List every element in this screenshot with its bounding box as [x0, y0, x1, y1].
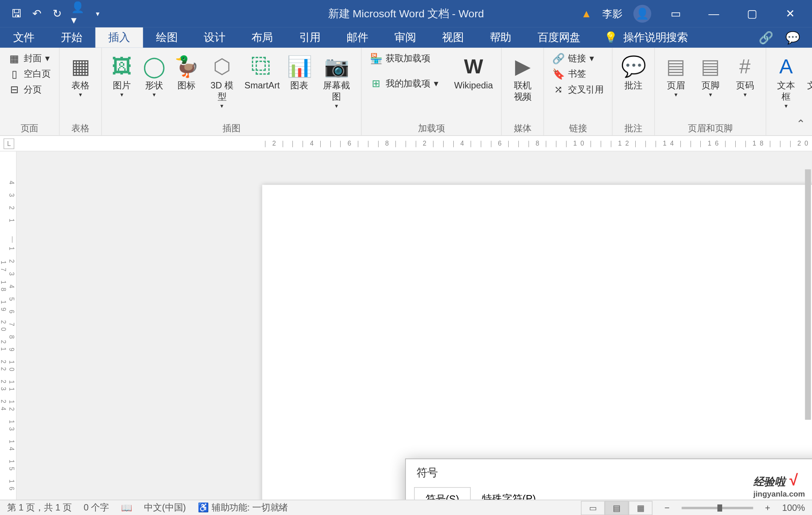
zoom-level[interactable]: 100% [782, 503, 805, 513]
wikipedia-icon: W [461, 54, 486, 79]
bookmark-button[interactable]: 🔖书签 [549, 67, 607, 81]
view-focus-button[interactable]: ▭ [581, 501, 605, 515]
undo-icon[interactable]: ↶ [31, 8, 43, 20]
addins-icon: ⊞ [370, 77, 382, 90]
ruler-corner[interactable]: L [4, 138, 15, 149]
comment-icon: 💬 [621, 54, 646, 79]
table-icon: ▦ [68, 54, 93, 79]
pictures-button[interactable]: 🖼图片▾ [107, 51, 137, 100]
header-icon: ▤ [663, 54, 688, 79]
title-bar: 🖫 ↶ ↻ 👤▾ ▾ 新建 Microsoft Word 文档 - Word ▲… [0, 0, 812, 27]
zoom-out-button[interactable]: − [664, 503, 670, 513]
qat-more-icon[interactable]: ▾ [92, 8, 104, 20]
online-video-button[interactable]: ▶联机视频 [507, 51, 539, 105]
tell-me-label: 操作说明搜索 [623, 30, 688, 45]
group-pages: ▦封面 ▾ ▯空白页 ⊟分页 页面 [0, 48, 60, 135]
cube-icon: ⬡ [209, 54, 235, 79]
tab-references[interactable]: 引用 [286, 27, 334, 48]
icons-icon: 🦆 [174, 54, 199, 79]
pagenum-icon: # [732, 54, 757, 79]
account-icon[interactable]: 👤▾ [71, 8, 83, 20]
quickparts-icon: ▤ [808, 54, 812, 79]
chart-button[interactable]: 📊图表 [284, 51, 314, 94]
chart-icon: 📊 [287, 54, 312, 79]
smartart-icon: ⿻ [250, 54, 275, 79]
header-button[interactable]: ▤页眉▾ [660, 51, 692, 100]
maximize-button[interactable]: ▢ [738, 0, 766, 27]
link-icon: 🔗 [553, 52, 565, 64]
shapes-icon: ◯ [142, 54, 167, 79]
break-icon: ⊟ [8, 84, 20, 96]
save-icon[interactable]: 🖫 [11, 8, 23, 20]
tab-mailings[interactable]: 邮件 [334, 27, 382, 48]
link-button[interactable]: 🔗链接 ▾ [549, 51, 607, 65]
redo-icon[interactable]: ↻ [51, 8, 63, 20]
comments-icon[interactable]: 💬 [785, 30, 800, 45]
smartart-button[interactable]: ⿻SmartArt [242, 51, 282, 92]
ribbon-display-icon[interactable]: ▭ [662, 0, 689, 27]
tab-symbols[interactable]: 符号(S) [414, 487, 471, 500]
status-words[interactable]: 0 个字 [83, 502, 109, 513]
zoom-slider[interactable] [682, 506, 753, 509]
status-page[interactable]: 第 1 页，共 1 页 [7, 502, 72, 513]
cover-page-button[interactable]: ▦封面 ▾ [5, 51, 55, 65]
my-addins-button[interactable]: ⊞我的加载项 ▾ [367, 76, 442, 91]
view-web-button[interactable]: ▦ [629, 501, 652, 515]
avatar[interactable]: 👤 [633, 5, 651, 23]
tell-me-search[interactable]: 💡 操作说明搜索 [594, 27, 688, 48]
table-button[interactable]: ▦表格▾ [64, 51, 97, 100]
tab-insert[interactable]: 插入 [95, 27, 143, 48]
ribbon: ▦封面 ▾ ▯空白页 ⊟分页 页面 ▦表格▾ 表格 🖼图片▾ ◯形状▾ 🦆图标 … [0, 48, 812, 136]
pagenum-button[interactable]: #页码▾ [729, 51, 761, 100]
document-page[interactable] [262, 185, 812, 500]
minimize-button[interactable]: — [700, 0, 727, 27]
status-a11y[interactable]: ♿ 辅助功能: 一切就绪 [198, 502, 288, 513]
close-button[interactable]: ✕ [776, 0, 804, 27]
warning-icon[interactable]: ▲ [581, 8, 592, 20]
view-print-button[interactable]: ▤ [605, 501, 629, 515]
status-proofing-icon[interactable]: 📖 [121, 502, 132, 513]
group-text: A文本框▾ ▤文档部件▾ A艺术字▾ A≡首字下沉▾ ✎签名行 ▾ 🗓日期和时间… [767, 48, 812, 135]
footer-button[interactable]: ▤页脚▾ [694, 51, 727, 100]
tab-design[interactable]: 设计 [191, 27, 238, 48]
icons-button[interactable]: 🦆图标 [171, 51, 201, 94]
document-area: 4 3 2 1 ｜ 1 2 3 4 5 6 7 8 9 10 11 12 13 … [0, 152, 812, 500]
shapes-button[interactable]: ◯形状▾ [139, 51, 169, 100]
tab-home[interactable]: 开始 [48, 27, 95, 48]
tab-special-chars[interactable]: 特殊字符(P) [471, 486, 547, 500]
share-icon[interactable]: 🔗 [759, 30, 774, 45]
screenshot-button[interactable]: 📷屏幕截图▾ [317, 51, 356, 111]
comment-button[interactable]: 💬批注 [617, 51, 650, 94]
tab-layout[interactable]: 布局 [238, 27, 286, 48]
zoom-in-button[interactable]: + [765, 503, 770, 513]
menu-bar: 文件 开始 插入 绘图 设计 布局 引用 邮件 审阅 视图 帮助 百度网盘 💡 … [0, 27, 812, 48]
horizontal-ruler[interactable]: L ｜2｜｜｜4｜｜｜6｜｜｜8｜｜｜2｜｜｜4｜｜｜6｜｜｜8｜｜｜10｜｜｜… [0, 136, 812, 151]
tab-file[interactable]: 文件 [0, 27, 48, 48]
textbox-button[interactable]: A文本框▾ [771, 51, 801, 111]
status-bar: 第 1 页，共 1 页 0 个字 📖 中文(中国) ♿ 辅助功能: 一切就绪 ▭… [0, 500, 812, 515]
3dmodel-button[interactable]: ⬡3D 模型▾ [204, 51, 240, 111]
group-illustrations: 🖼图片▾ ◯形状▾ 🦆图标 ⬡3D 模型▾ ⿻SmartArt 📊图表 📷屏幕截… [102, 48, 362, 135]
picture-icon: 🖼 [109, 54, 134, 79]
blank-page-button[interactable]: ▯空白页 [5, 67, 55, 81]
page-break-button[interactable]: ⊟分页 [5, 82, 55, 97]
footer-icon: ▤ [698, 54, 723, 79]
collapse-ribbon-icon[interactable]: ⌃ [796, 117, 805, 131]
vertical-scrollbar[interactable] [805, 169, 811, 420]
vertical-ruler[interactable]: 4 3 2 1 ｜ 1 2 3 4 5 6 7 8 9 10 11 12 13 … [0, 152, 17, 500]
tab-draw[interactable]: 绘图 [143, 27, 191, 48]
cross-reference-button[interactable]: ⤮交叉引用 [549, 82, 607, 97]
tab-help[interactable]: 帮助 [477, 27, 524, 48]
get-addins-button[interactable]: 🏪获取加载项 [367, 51, 442, 65]
tab-view[interactable]: 视图 [429, 27, 477, 48]
tab-review[interactable]: 审阅 [381, 27, 429, 48]
quickparts-button[interactable]: ▤文档部件▾ [803, 51, 812, 111]
dialog-tabs: 符号(S) 特殊字符(P) [406, 486, 812, 500]
watermark: 经验啦 √ jingyanla.com [753, 471, 805, 498]
wikipedia-button[interactable]: WWikipedia [451, 51, 497, 92]
group-addins: 🏪获取加载项 ⊞我的加载项 ▾ WWikipedia 加载项 [362, 48, 502, 135]
group-comments: 💬批注 批注 [613, 48, 655, 135]
tab-baidu[interactable]: 百度网盘 [524, 27, 594, 48]
status-language[interactable]: 中文(中国) [144, 502, 186, 513]
user-name: 李影 [602, 7, 623, 20]
